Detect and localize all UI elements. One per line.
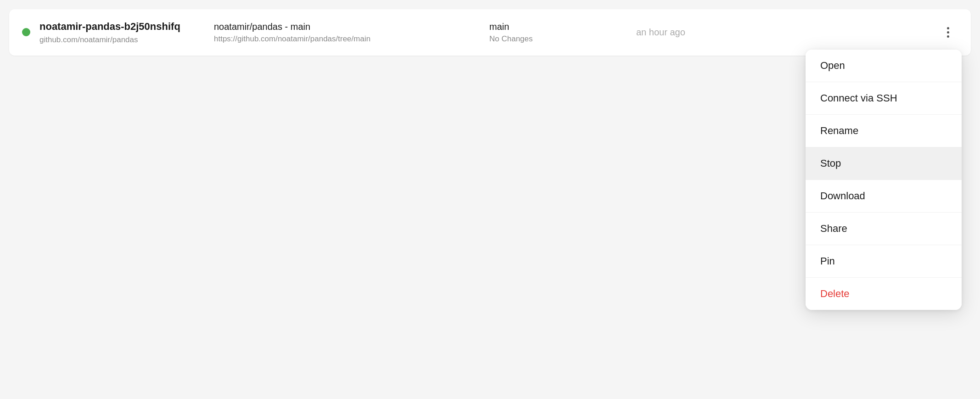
repo-source: noatamir/pandas - main https://github.co…	[214, 21, 453, 44]
repo-name: noatamir-pandas-b2j50nshifq	[39, 20, 186, 34]
menu-item-share[interactable]: Share	[806, 213, 962, 245]
menu-item-connect-via-ssh[interactable]: Connect via SSH	[806, 82, 962, 115]
three-dots-icon	[947, 27, 949, 38]
repo-info: noatamir-pandas-b2j50nshifq github.com/n…	[39, 20, 186, 45]
repo-branch-name: main	[489, 21, 609, 33]
menu-item-delete[interactable]: Delete	[806, 278, 962, 310]
menu-item-open[interactable]: Open	[806, 50, 962, 82]
repo-time: an hour ago	[636, 27, 938, 38]
repo-github-url: github.com/noatamir/pandas	[39, 35, 186, 45]
context-menu: OpenConnect via SSHRenameStopDownloadSha…	[806, 50, 962, 310]
repo-source-url: https://github.com/noatamir/pandas/tree/…	[214, 34, 453, 44]
status-indicator	[22, 28, 30, 36]
repo-row: noatamir-pandas-b2j50nshifq github.com/n…	[9, 9, 971, 56]
repo-branch-status: No Changes	[489, 34, 609, 44]
repo-source-name: noatamir/pandas - main	[214, 21, 453, 33]
menu-item-rename[interactable]: Rename	[806, 115, 962, 147]
menu-item-download[interactable]: Download	[806, 180, 962, 213]
main-content: noatamir-pandas-b2j50nshifq github.com/n…	[0, 0, 980, 399]
more-options-button[interactable]	[938, 22, 958, 42]
menu-item-pin[interactable]: Pin	[806, 245, 962, 278]
menu-item-stop[interactable]: Stop	[806, 147, 962, 180]
repo-branch: main No Changes	[489, 21, 609, 44]
